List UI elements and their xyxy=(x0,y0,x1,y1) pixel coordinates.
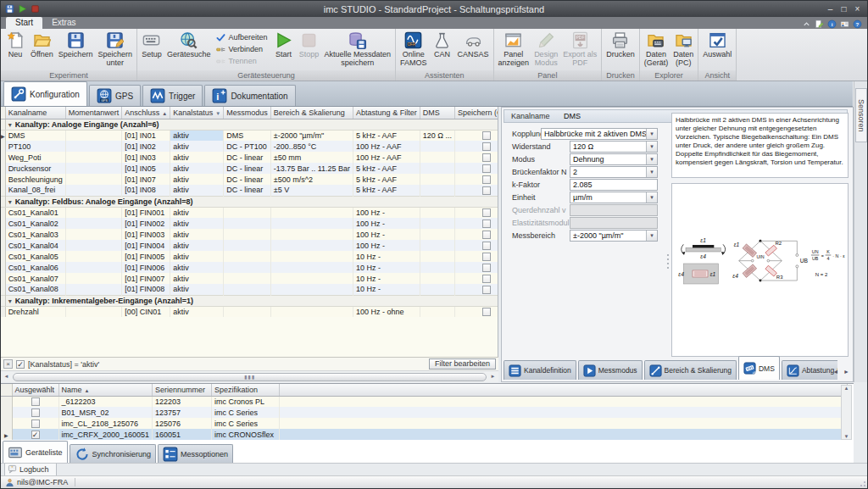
scroll-left-icon[interactable]: ◄ xyxy=(1,371,12,382)
close-button[interactable]: × xyxy=(851,3,864,15)
speichern-geraet-checkbox[interactable] xyxy=(482,242,491,250)
info-icon[interactable]: i xyxy=(827,19,837,29)
license-icon[interactable] xyxy=(840,19,849,29)
tab-dms[interactable]: µMDMS xyxy=(738,356,780,380)
auswahl-button[interactable]: Auswahl xyxy=(700,30,734,71)
drucken-button[interactable]: Drucken xyxy=(604,30,637,71)
tab-kanaldefinition[interactable]: Kanaldefinition xyxy=(504,360,576,380)
save-icon[interactable] xyxy=(5,4,14,14)
ribbon-tab-start[interactable]: Start xyxy=(6,17,42,29)
tab-bereich-skalierung[interactable]: Bereich & Skalierung xyxy=(644,360,737,380)
device-selected-checkbox[interactable] xyxy=(31,420,40,428)
panel-anzeigen-button[interactable]: Panel anzeigen xyxy=(496,30,532,71)
verbinden-button[interactable]: Verbinden xyxy=(216,44,267,54)
speichern-geraet-checkbox[interactable] xyxy=(482,231,491,239)
kopplung-field[interactable]: Halbbrücke mit 2 aktiven DMS in uniaxial… xyxy=(541,128,658,140)
filter-active-checkbox[interactable] xyxy=(16,360,25,369)
channel-group-row[interactable]: Kanaltyp: Analoge Eingänge (Anzahl=6) xyxy=(1,119,498,130)
channel-group-row[interactable]: Kanaltyp: Feldbus: Analoge Eingänge (Anz… xyxy=(1,196,498,207)
speichern-geraet-checkbox[interactable] xyxy=(482,164,491,173)
can-button[interactable]: CAN xyxy=(430,30,455,71)
speichern-geraet-checkbox[interactable] xyxy=(482,275,491,283)
daten-ger-t-button[interactable]: Daten (Gerät) xyxy=(642,30,671,71)
start-icon[interactable] xyxy=(18,4,27,14)
channel-row-cs01-kanal06[interactable]: Cs01_Kanal06[01] FIN006aktiv10 Hz - xyxy=(1,262,498,273)
channel-row-cs01-kanal02[interactable]: Cs01_Kanal02[01] FIN002aktiv100 Hz - xyxy=(1,218,498,229)
trennen-button[interactable]: Trennen xyxy=(216,56,267,66)
remove-filter-icon[interactable]: × xyxy=(3,359,13,369)
tab-messoptionen[interactable]: Messoptionen xyxy=(158,444,233,463)
device-row-b01-msr-02[interactable]: B01_MSR_02123757imc C Series xyxy=(1,407,848,418)
tab-abtastung-filter[interactable]: Abtastung & Filter xyxy=(782,360,837,380)
maximize-button[interactable]: □ xyxy=(837,3,850,15)
tab-konfiguration[interactable]: Konfiguration xyxy=(3,81,87,106)
column-header-dms[interactable]: DMS xyxy=(420,107,454,119)
stopp-button[interactable]: Stopp xyxy=(297,30,322,71)
channel-row-cs01-kanal05[interactable]: Cs01_Kanal05[01] FIN005aktiv10 Hz - xyxy=(1,251,498,262)
column-header-anschluss[interactable]: Anschluss xyxy=(122,107,170,119)
speichern-geraet-checkbox[interactable] xyxy=(482,175,491,184)
sensors-side-tab[interactable]: Sensoren xyxy=(855,88,867,142)
scrollbar-thumb[interactable]: ▮▮▮ xyxy=(13,373,487,381)
design-modus-button[interactable]: Design Modus xyxy=(531,30,560,71)
channel-group-row[interactable]: Kanaltyp: Inkrementalgeber-Eingänge (Anz… xyxy=(1,295,498,306)
tab-dokumentation[interactable]: iDokumentation xyxy=(204,85,295,106)
ribbon-tab-extras[interactable]: Extras xyxy=(42,17,85,29)
minimize-button[interactable]: – xyxy=(824,3,837,15)
speichern-geraet-checkbox[interactable] xyxy=(482,219,491,228)
daten-pc-button[interactable]: Daten (PC) xyxy=(670,30,696,71)
export-als-pdf-button[interactable]: PDFExport als PDF xyxy=(560,30,599,71)
speichern-geraet-checkbox[interactable] xyxy=(482,153,491,162)
tab-messmodus[interactable]: Messmodus xyxy=(578,360,643,380)
speichern-geraet-checkbox[interactable] xyxy=(482,308,491,316)
column-header-messmodus[interactable]: Messmodus xyxy=(224,107,271,119)
column-header-spezifikation[interactable]: Spezifikation xyxy=(212,384,280,396)
speichern-button[interactable]: Speichern xyxy=(56,30,96,71)
panel-splitter[interactable] xyxy=(665,250,670,272)
channel-row-kanal-08-frei[interactable]: Kanal_08_frei[01] IN08aktivDC - linear±5… xyxy=(1,185,498,196)
speichern-geraet-checkbox[interactable] xyxy=(482,186,491,195)
collapse-ribbon-icon[interactable] xyxy=(802,19,811,29)
column-header-seriennummer[interactable]: Seriennummer xyxy=(153,384,212,396)
channel-row-pt100[interactable]: PT100[01] IN02aktivDC - PT100-200..850 °… xyxy=(1,141,498,152)
speichern-geraet-checkbox[interactable] xyxy=(482,142,491,151)
speichern-geraet-checkbox[interactable] xyxy=(482,208,491,217)
edit-filter-button[interactable]: Filter bearbeiten xyxy=(429,358,496,370)
column-header-kanalstatus[interactable]: Kanalstatus xyxy=(170,107,224,119)
column-header-speichern-ger[interactable]: Speichern (Ger... xyxy=(454,107,498,119)
ger-tesuche-button[interactable]: Gerätesuche xyxy=(164,30,214,71)
horizontal-scrollbar[interactable]: ◄ ▮▮▮ ► xyxy=(1,370,498,382)
speichern-geraet-checkbox[interactable] xyxy=(482,264,491,272)
speichern-geraet-checkbox[interactable] xyxy=(482,131,491,140)
tab-gps[interactable]: GPSGPS xyxy=(89,85,141,106)
scroll-down-icon[interactable]: ▼ xyxy=(844,434,849,439)
start-button[interactable]: Start xyxy=(271,30,297,71)
einheit-field[interactable]: µm/m xyxy=(570,192,658,203)
vertical-scrollbar[interactable]: ▲▼ xyxy=(841,385,852,440)
tab-synchronisierung[interactable]: Synchronisierung xyxy=(70,444,157,463)
edit-icon[interactable] xyxy=(815,19,824,29)
column-header-ausgew-hlt[interactable]: Ausgewählt xyxy=(12,384,58,396)
channel-row-cs01-kanal03[interactable]: Cs01_Kanal03[01] FIN003aktiv100 Hz - xyxy=(1,229,498,240)
collapse-group-icon[interactable] xyxy=(8,197,15,206)
neu-button[interactable]: Neu xyxy=(3,30,28,71)
channel-row-cs01-kanal07[interactable]: Cs01_Kanal07[01] FIN007aktiv10 Hz - xyxy=(1,273,498,284)
setup-button[interactable]: Setup xyxy=(139,30,164,71)
device-selected-checkbox[interactable] xyxy=(31,431,40,439)
tab-scroll-arrows[interactable]: ◄ ► xyxy=(832,369,851,375)
speichern-unter-button[interactable]: Speichern unter xyxy=(95,30,135,71)
channel-row-beschleunigung[interactable]: Beschleunigung[01] IN07aktivDC - linear±… xyxy=(1,174,498,185)
scroll-right-icon[interactable]: ► xyxy=(487,371,498,382)
speichern-geraet-checkbox[interactable] xyxy=(482,253,491,261)
channel-row-weg-poti[interactable]: Weg_Poti[01] IN03aktivDC - linear±50 mm1… xyxy=(1,152,498,163)
br-ckenfaktor-n-field[interactable]: 2 xyxy=(570,166,658,178)
device-row-imc-cl-2108-125076[interactable]: imc_CL_2108_125076125076imc C Series xyxy=(1,418,848,429)
collapse-group-icon[interactable] xyxy=(8,120,15,129)
scroll-up-icon[interactable]: ▲ xyxy=(844,386,849,391)
widerstand-field[interactable]: 120 Ω xyxy=(570,141,658,153)
logbook-tab[interactable]: * Logbuch xyxy=(4,464,57,476)
tab-trigger[interactable]: Trigger xyxy=(142,85,203,106)
collapse-group-icon[interactable] xyxy=(8,297,15,305)
column-header-bereich-skalierung[interactable]: Bereich & Skalierung xyxy=(270,107,353,119)
column-header-kanalname[interactable]: Kanalname xyxy=(5,107,65,119)
